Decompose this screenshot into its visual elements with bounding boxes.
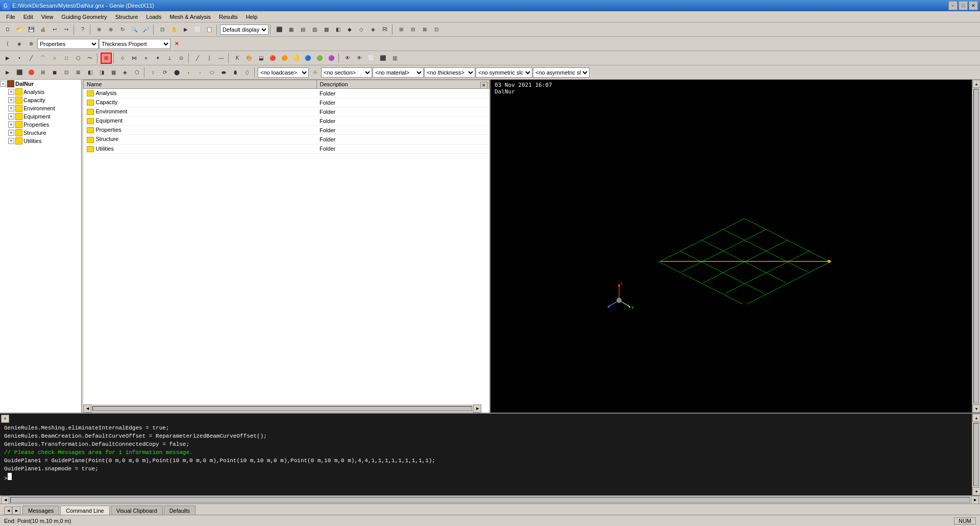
- material-dropdown[interactable]: <no material>: [373, 67, 424, 78]
- prop-clear[interactable]: ✕: [171, 38, 182, 50]
- asymmetric-dropdown[interactable]: <no asymmetric sl: [533, 67, 590, 78]
- joint-btn[interactable]: 🔵: [302, 53, 313, 64]
- snap2-button[interactable]: ⊗: [105, 24, 116, 35]
- sel-10[interactable]: ▦: [108, 67, 119, 78]
- prop-icon-2[interactable]: ◈: [14, 38, 25, 50]
- analysis-expander[interactable]: +: [8, 89, 14, 95]
- render-6[interactable]: ◧: [332, 24, 344, 35]
- h-scrollbar-track[interactable]: [92, 406, 472, 411]
- help-button[interactable]: ?: [77, 24, 88, 35]
- pan-button[interactable]: ✋: [168, 24, 180, 35]
- structure-expander[interactable]: +: [8, 130, 14, 136]
- menu-item-loads[interactable]: Loads: [142, 13, 165, 21]
- prop-icon-3[interactable]: ⊕: [26, 38, 37, 50]
- console-hscroll-left[interactable]: ◀: [1, 496, 9, 504]
- vis-btn5[interactable]: ▥: [389, 53, 400, 64]
- tab-scroll-right[interactable]: ▶: [12, 507, 20, 515]
- console-prompt[interactable]: >: [4, 473, 968, 483]
- vis-btn1[interactable]: 👁: [342, 53, 353, 64]
- frame-button[interactable]: ⊡: [157, 24, 168, 35]
- measure-btn[interactable]: K: [232, 53, 243, 64]
- console-scroll-down[interactable]: ▼: [972, 487, 980, 495]
- menu-item-results[interactable]: Results: [215, 13, 242, 21]
- thickness-dropdown[interactable]: Thickness Propert: [99, 39, 170, 49]
- utilities-expander[interactable]: +: [8, 138, 14, 144]
- tab-command-line[interactable]: Command Line: [60, 506, 110, 515]
- save-button[interactable]: 💾: [26, 24, 37, 35]
- menu-item-guiding-geometry[interactable]: Guiding Geometry: [57, 13, 111, 21]
- tree-root-expander[interactable]: −: [0, 81, 6, 87]
- line-horiz[interactable]: —: [215, 53, 227, 64]
- sel-6[interactable]: ⊡: [61, 67, 72, 78]
- tree-root-node[interactable]: − DalNur: [0, 80, 81, 88]
- snap-cen[interactable]: ⊙: [176, 53, 187, 64]
- section-dropdown[interactable]: <no section>: [321, 67, 372, 78]
- open-button[interactable]: 📂: [14, 24, 25, 35]
- view-1[interactable]: ⊞: [396, 24, 407, 35]
- tree-node-capacity[interactable]: + Capacity: [8, 96, 81, 104]
- capacity-expander[interactable]: +: [8, 97, 14, 103]
- snap-perp[interactable]: ⊥: [164, 53, 175, 64]
- transform-6[interactable]: ⬭: [206, 67, 217, 78]
- sel-5[interactable]: ◼: [49, 67, 60, 78]
- draw-spline[interactable]: 〜: [84, 53, 95, 64]
- display-dropdown[interactable]: Default display: [220, 25, 268, 35]
- tree-node-utilities[interactable]: + Utilities: [8, 137, 81, 145]
- draw-arc[interactable]: ⌒: [37, 53, 48, 64]
- draw-circle[interactable]: ○: [49, 53, 60, 64]
- shell-btn[interactable]: 🟠: [279, 53, 290, 64]
- draw-poly[interactable]: ⬡: [72, 53, 84, 64]
- view-3[interactable]: ⊠: [419, 24, 430, 35]
- undo-button[interactable]: ↩: [49, 24, 60, 35]
- beam-btn[interactable]: 🔴: [267, 53, 278, 64]
- scroll-right-btn[interactable]: ▶: [473, 404, 481, 413]
- console-tab-nav[interactable]: ◀ ▶: [2, 507, 22, 515]
- render-7[interactable]: ◆: [344, 24, 355, 35]
- extra-btn1[interactable]: 🟢: [314, 53, 325, 64]
- render-1[interactable]: ⬛: [274, 24, 285, 35]
- menu-item-structure[interactable]: Structure: [111, 13, 142, 21]
- sel-7[interactable]: ⊠: [72, 67, 84, 78]
- transform-8[interactable]: ⬮: [230, 67, 241, 78]
- copy-button[interactable]: ⬜: [192, 24, 203, 35]
- viewport-vscroll[interactable]: ▲ ▼: [972, 80, 980, 413]
- draw-point[interactable]: •: [14, 53, 25, 64]
- list-item[interactable]: AnalysisFolder: [84, 89, 489, 98]
- snap-mid[interactable]: ⋄: [140, 53, 152, 64]
- draw-line[interactable]: ╱: [26, 53, 37, 64]
- redo-button[interactable]: ↪: [61, 24, 72, 35]
- transform-3[interactable]: ⬤: [171, 67, 182, 78]
- console-scroll-track[interactable]: [973, 423, 979, 486]
- loadcase-dropdown[interactable]: <no loadcase>: [258, 67, 309, 78]
- console-hscroll-right[interactable]: ▶: [971, 496, 979, 504]
- loadcase-icon[interactable]: ⊹: [309, 67, 321, 78]
- line-segment[interactable]: ╱: [192, 53, 203, 64]
- render-2[interactable]: ▦: [285, 24, 297, 35]
- snap-end[interactable]: ⋈: [129, 53, 140, 64]
- tab-scroll-left[interactable]: ◀: [4, 507, 12, 515]
- close-button[interactable]: ✕: [969, 1, 978, 10]
- vscroll-up-btn[interactable]: ▲: [972, 80, 980, 88]
- equipment-expander[interactable]: +: [8, 113, 14, 119]
- minimize-button[interactable]: −: [948, 1, 958, 10]
- prop-icon-1[interactable]: ⟨: [2, 38, 13, 50]
- vis-btn3[interactable]: ⬜: [365, 53, 377, 64]
- vis-btn4[interactable]: ⬛: [377, 53, 388, 64]
- vscroll-track[interactable]: [973, 89, 979, 403]
- transform-4[interactable]: ⬩: [183, 67, 194, 78]
- transform-2[interactable]: ⟳: [159, 67, 170, 78]
- transform-5[interactable]: ⬫: [194, 67, 206, 78]
- list-item[interactable]: EnvironmentFolder: [84, 107, 489, 116]
- thickness-sel-dropdown[interactable]: <no thickness>: [424, 67, 475, 78]
- cursor-btn[interactable]: ▶: [2, 53, 13, 64]
- material-btn[interactable]: ⬓: [255, 53, 266, 64]
- render-3[interactable]: ▤: [297, 24, 308, 35]
- render-5[interactable]: ▩: [321, 24, 332, 35]
- tab-defaults[interactable]: Defaults: [164, 506, 195, 515]
- environment-expander[interactable]: +: [8, 105, 14, 111]
- sel-11[interactable]: ◈: [119, 67, 131, 78]
- render-10[interactable]: Rl: [379, 24, 390, 35]
- transform-9[interactable]: ⬯: [241, 67, 253, 78]
- rotate-button[interactable]: ↻: [117, 24, 128, 35]
- menu-item-view[interactable]: View: [37, 13, 58, 21]
